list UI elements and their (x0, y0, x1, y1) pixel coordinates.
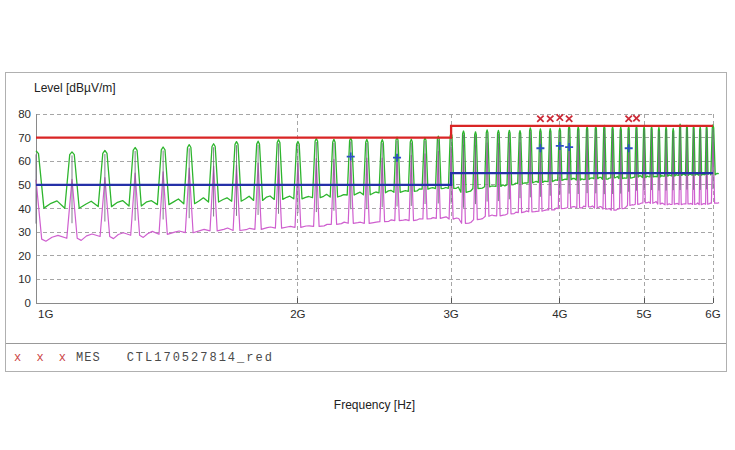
svg-text:20: 20 (18, 250, 31, 262)
svg-text:5G: 5G (636, 308, 651, 320)
svg-text:1G: 1G (38, 308, 53, 320)
legend-series-label: MES (76, 351, 101, 365)
y-tick-labels: 01020304050607080 (18, 108, 31, 309)
legend-file-label: CTL170527814_red (127, 351, 274, 365)
svg-text:6G: 6G (705, 308, 720, 320)
svg-text:3G: 3G (443, 308, 458, 320)
svg-text:4G: 4G (552, 308, 567, 320)
svg-text:10: 10 (18, 273, 31, 285)
svg-text:30: 30 (18, 226, 31, 238)
x-axis-title: Frequency [Hz] (36, 398, 713, 412)
emi-spectrum-plot: 010203040506070801G2G3G4G5G6G (6, 73, 728, 373)
legend-mes-marker-icon: x x x (14, 351, 70, 365)
svg-text:0: 0 (25, 297, 31, 309)
blue-plus-markers (347, 142, 633, 162)
svg-text:40: 40 (18, 203, 31, 215)
x-tick-labels: 1G2G3G4G5G6G (38, 308, 721, 320)
emc-report-page: 010203040506070801G2G3G4G5G6G Level [dBµ… (0, 0, 735, 450)
y-axis-title: Level [dBµV/m] (34, 81, 116, 95)
mes-red-x-markers (537, 114, 639, 122)
svg-text:80: 80 (18, 108, 31, 120)
chart-frame: 010203040506070801G2G3G4G5G6G Level [dBµ… (5, 72, 727, 372)
legend-bar: x x x MES CTL170527814_red (6, 343, 726, 371)
svg-text:2G: 2G (290, 308, 305, 320)
svg-text:60: 60 (18, 155, 31, 167)
svg-text:70: 70 (18, 132, 31, 144)
svg-text:50: 50 (18, 179, 31, 191)
